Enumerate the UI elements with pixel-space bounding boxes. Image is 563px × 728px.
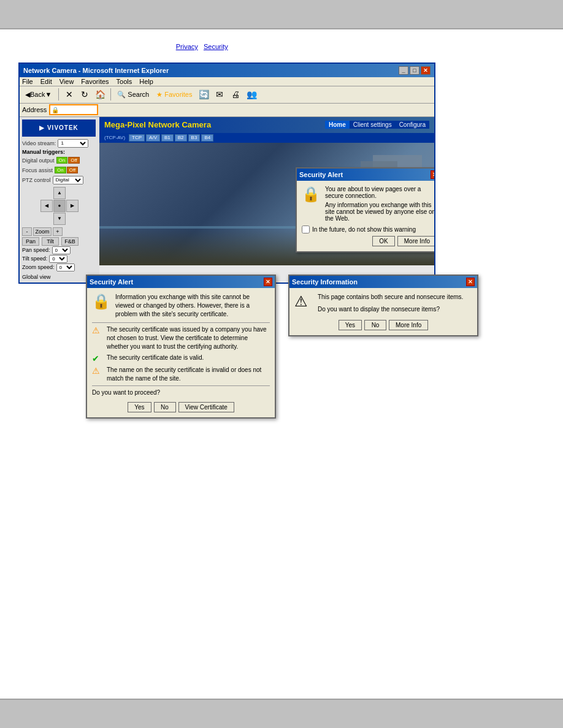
focus-assist-toggle[interactable]: On Off bbox=[55, 167, 78, 173]
ie-search-button[interactable]: 🔍 Search bbox=[115, 89, 151, 100]
pan-speed-select[interactable]: 0 bbox=[52, 246, 71, 254]
warning-icon-2: ⚠ bbox=[92, 366, 103, 376]
res-btn-1[interactable]: B1 bbox=[161, 134, 174, 142]
security-info-icon-row: ⚠ This page contains both secure and non… bbox=[294, 293, 472, 314]
digital-off-btn[interactable]: Off bbox=[68, 157, 80, 164]
res-btn-3[interactable]: B3 bbox=[188, 134, 201, 142]
ptz-control-select[interactable]: Digital bbox=[53, 176, 83, 184]
security-alert-big-icon-row: 🔒 Information you exchange with this sit… bbox=[92, 293, 270, 319]
security-alert-ok-btn[interactable]: OK bbox=[372, 236, 394, 246]
focus-on-btn[interactable]: On bbox=[55, 167, 66, 173]
vivotek-logo: ▶ VIVOTEK bbox=[22, 119, 96, 137]
ok-icon-1: ✔ bbox=[92, 354, 103, 363]
home-icon[interactable]: 🏠 bbox=[93, 88, 107, 101]
security-alert-big-buttons: Yes No View Certificate bbox=[92, 402, 270, 412]
nav-home-btn[interactable]: Home bbox=[325, 121, 350, 129]
ptz-up-btn[interactable]: ▲ bbox=[53, 187, 66, 199]
security-alert-more-info-btn[interactable]: More Info bbox=[397, 236, 434, 246]
security-alert-big-content: 🔒 Information you exchange with this sit… bbox=[87, 288, 275, 417]
tcp-btn[interactable]: TCP bbox=[129, 134, 145, 142]
menu-help[interactable]: Help bbox=[139, 78, 153, 85]
ie-title: Network Camera - Microsoft Internet Expl… bbox=[23, 67, 169, 74]
zoom-row: - Zoom + bbox=[22, 227, 97, 236]
digital-on-btn[interactable]: On bbox=[56, 157, 68, 164]
security-info-messages: This page contains both secure and nonse… bbox=[318, 293, 463, 314]
ie-back-button[interactable]: ◀ Back ▼ bbox=[22, 89, 55, 100]
link-privacy[interactable]: Privacy bbox=[176, 43, 198, 50]
security-info-more-info-btn[interactable]: More Info bbox=[389, 320, 428, 330]
security-info-yes-btn[interactable]: Yes bbox=[339, 320, 362, 330]
dont-show-checkbox[interactable] bbox=[302, 226, 310, 233]
zoom-minus-btn[interactable]: - bbox=[22, 227, 32, 236]
camera-content: ▶ VIVOTEK Video stream: 1 Manual trigger… bbox=[20, 117, 434, 282]
security-info-icon: ⚠ bbox=[294, 293, 313, 310]
zoom-speed-select[interactable]: 0 bbox=[56, 264, 75, 271]
security-lock-icon: 🔒 bbox=[302, 186, 320, 203]
security-info-no-btn[interactable]: No bbox=[364, 320, 386, 330]
ptz-down-btn[interactable]: ▼ bbox=[53, 213, 66, 225]
digital-output-row: Digital output On Off bbox=[22, 156, 97, 165]
menu-favorites[interactable]: Favorites bbox=[81, 78, 109, 85]
ie-menu-bar: File Edit View Favorites Tools Help bbox=[20, 77, 434, 86]
av-btn[interactable]: A/V bbox=[146, 134, 160, 142]
zoom-plus-btn[interactable]: + bbox=[53, 227, 63, 236]
security-alert-small-close-btn[interactable]: ✕ bbox=[431, 170, 434, 179]
protocol-label: (TCP-AV) bbox=[102, 135, 128, 140]
res-btn-4[interactable]: B4 bbox=[201, 134, 213, 142]
menu-edit[interactable]: Edit bbox=[40, 78, 52, 85]
view-certificate-btn[interactable]: View Certificate bbox=[178, 402, 234, 412]
main-content: Privacy Security Network Camera - Micros… bbox=[0, 29, 563, 699]
ie-address-bar: Address 🔒 bbox=[20, 104, 434, 117]
print-icon[interactable]: 🖨 bbox=[229, 88, 242, 101]
history-icon[interactable]: 🔄 bbox=[197, 88, 210, 101]
refresh-icon[interactable]: ↻ bbox=[78, 88, 91, 101]
bottom-bar bbox=[0, 699, 563, 728]
security-info-content: ⚠ This page contains both secure and non… bbox=[289, 288, 477, 335]
security-alert-no-btn[interactable]: No bbox=[154, 402, 176, 412]
digital-output-toggle[interactable]: On Off bbox=[56, 157, 80, 164]
link-security[interactable]: Security bbox=[204, 43, 228, 50]
security-alert-small-dialog: Security Alert ✕ 🔒 You are about to view… bbox=[296, 167, 434, 252]
back-arrow-icon: ◀ bbox=[25, 91, 30, 99]
top-bar bbox=[0, 0, 563, 29]
menu-view[interactable]: View bbox=[59, 78, 74, 85]
ptz-control-label: PTZ control bbox=[22, 177, 51, 183]
address-lock-icon: 🔒 bbox=[52, 107, 59, 113]
security-alert-small-content: 🔒 You are about to view pages over a sec… bbox=[297, 181, 434, 251]
security-alert-yes-btn[interactable]: Yes bbox=[128, 402, 151, 412]
ie-close-btn[interactable]: ✕ bbox=[421, 66, 431, 75]
video-stream-select[interactable]: 1 bbox=[58, 139, 88, 148]
pan-btn[interactable]: Pan bbox=[22, 237, 39, 246]
focus-btn[interactable]: F&B bbox=[61, 237, 79, 246]
ptz-right-btn[interactable]: ▶ bbox=[66, 200, 79, 212]
toolbar-separator bbox=[58, 88, 59, 100]
ptz-left-btn[interactable]: ◀ bbox=[40, 200, 53, 212]
tilt-btn[interactable]: Tilt bbox=[42, 237, 59, 246]
nav-client-settings-btn[interactable]: Client settings bbox=[350, 121, 396, 129]
security-alert-small-title: Security Alert bbox=[299, 171, 343, 178]
ie-maximize-btn[interactable]: □ bbox=[410, 66, 419, 75]
focus-assist-label: Focus assist bbox=[22, 167, 53, 173]
security-info-close-btn[interactable]: ✕ bbox=[466, 278, 475, 286]
security-alert-checkbox-row: In the future, do not show this warning bbox=[302, 226, 434, 233]
video-stream-label: Video stream: bbox=[22, 140, 56, 146]
stop-icon[interactable]: ✕ bbox=[63, 88, 76, 101]
ptz-center-btn[interactable]: ● bbox=[53, 200, 66, 212]
nav-configura-btn[interactable]: Configura bbox=[396, 121, 429, 129]
tilt-speed-select[interactable]: 0 bbox=[49, 255, 67, 263]
security-alert-big-close-btn[interactable]: ✕ bbox=[264, 278, 272, 286]
ie-minimize-btn[interactable]: _ bbox=[399, 66, 408, 75]
ie-title-buttons: _ □ ✕ bbox=[399, 66, 431, 75]
dont-show-label: In the future, do not show this warning bbox=[312, 226, 416, 233]
res-btn-2[interactable]: B2 bbox=[175, 134, 187, 142]
focus-off-btn[interactable]: Off bbox=[67, 167, 79, 173]
security-alert-msg2: Any information you exchange with this s… bbox=[325, 202, 434, 222]
menu-tools[interactable]: Tools bbox=[117, 78, 132, 85]
alert-item-2-text: The security certificate date is valid. bbox=[107, 354, 204, 362]
ie-address-input[interactable]: 🔒 bbox=[49, 104, 98, 115]
mail-icon[interactable]: ✉ bbox=[213, 88, 226, 101]
security-info-title-bar: Security Information ✕ bbox=[289, 276, 477, 288]
ie-favorites-button[interactable]: ★ Favorites bbox=[154, 89, 194, 100]
menu-file[interactable]: File bbox=[22, 78, 33, 85]
people-icon[interactable]: 👥 bbox=[245, 88, 258, 101]
